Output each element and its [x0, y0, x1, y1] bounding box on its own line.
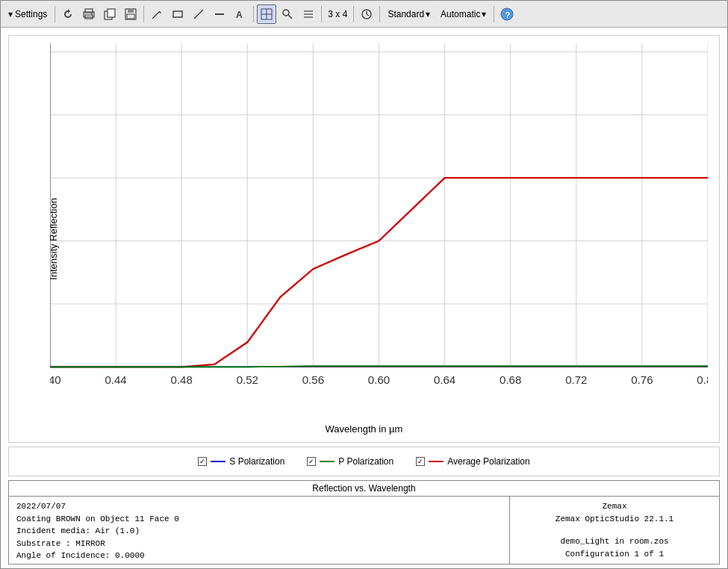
rect-icon: [172, 8, 184, 20]
line-button[interactable]: [189, 4, 208, 24]
print-button[interactable]: [79, 4, 99, 24]
crosshair-button[interactable]: [257, 4, 276, 24]
text-button[interactable]: A: [231, 4, 250, 24]
zoom-button[interactable]: [278, 4, 297, 24]
svg-point-19: [283, 10, 289, 16]
info-left: 2022/07/07 Coating BROWN on Object 11 Fa…: [9, 497, 510, 564]
hline-button[interactable]: [210, 4, 229, 24]
info-company: Zemax: [556, 500, 673, 513]
info-coating: Coating BROWN on Object 11 Face 0: [16, 513, 502, 526]
legend-area: ✓ S Polarization ✓ P Polarization ✓ Aver…: [8, 447, 720, 476]
p-pol-checkbox[interactable]: ✓: [307, 457, 316, 466]
clock-button[interactable]: [357, 4, 376, 24]
separator-3: [253, 6, 254, 22]
help-icon: ?: [500, 7, 514, 21]
svg-line-26: [367, 14, 369, 16]
settings-button[interactable]: ▾ Settings: [4, 7, 52, 22]
svg-text:0.48: 0.48: [171, 373, 193, 386]
svg-text:0.80: 0.80: [697, 373, 708, 386]
standard-dropdown[interactable]: Standard ▾: [383, 7, 435, 22]
info-body: 2022/07/07 Coating BROWN on Object 11 Fa…: [9, 497, 719, 564]
standard-arrow-icon: ▾: [426, 9, 430, 19]
separator-6: [379, 6, 380, 22]
svg-text:0.52: 0.52: [237, 373, 258, 386]
rect-button[interactable]: [168, 4, 187, 24]
chart-svg: 0 0.10 0.20 0.30 0.40 0.50 0.40 0.44 0.4…: [50, 43, 708, 401]
svg-text:0.56: 0.56: [302, 373, 324, 386]
copy-icon: [104, 8, 116, 20]
svg-rect-7: [128, 9, 134, 13]
settings-label: Settings: [15, 9, 47, 19]
separator-7: [494, 6, 494, 22]
s-pol-checkbox[interactable]: ✓: [198, 457, 207, 466]
pencil-icon: [151, 8, 163, 20]
print-icon: [83, 8, 95, 20]
p-pol-label: P Polarization: [338, 456, 393, 467]
info-incident: Incident media: Air (1.0): [16, 525, 502, 538]
svg-text:0.64: 0.64: [434, 373, 455, 386]
svg-text:0.44: 0.44: [105, 373, 126, 386]
grid-size-label: 3 x 4: [325, 4, 350, 24]
info-right-top: Zemax Zemax OpticStudio 22.1.1: [556, 500, 673, 525]
info-right: Zemax Zemax OpticStudio 22.1.1 demo_Ligh…: [510, 497, 719, 564]
save-button[interactable]: [121, 4, 140, 24]
s-pol-label: S Polarization: [229, 456, 284, 467]
separator-5: [353, 6, 354, 22]
refresh-button[interactable]: [58, 4, 78, 24]
automatic-label: Automatic: [441, 9, 480, 19]
legend-avg-pol: ✓ Average Polarization: [416, 456, 530, 467]
svg-text:0.72: 0.72: [565, 373, 587, 386]
p-pol-line: [320, 461, 335, 462]
s-pol-line: [211, 461, 225, 462]
chart-container: Intensity Reflection Wavelength in µm: [8, 35, 720, 443]
svg-text:?: ?: [505, 10, 511, 19]
help-button[interactable]: ?: [497, 4, 517, 24]
hline-icon: [214, 8, 225, 20]
svg-line-20: [288, 15, 292, 19]
svg-text:A: A: [236, 10, 243, 20]
refresh-icon: [62, 8, 74, 20]
svg-text:0.40: 0.40: [50, 373, 61, 386]
avg-pol-checkbox[interactable]: ✓: [416, 457, 425, 466]
info-config: Configuration 1 of 1: [560, 548, 668, 561]
svg-rect-5: [108, 9, 115, 17]
svg-line-9: [153, 11, 160, 18]
standard-label: Standard: [388, 9, 424, 19]
svg-line-13: [194, 10, 203, 19]
svg-rect-12: [173, 11, 182, 17]
crosshair-icon: [261, 8, 273, 20]
info-substrate: Substrate : MIRROR: [16, 538, 502, 550]
layers-button[interactable]: [299, 4, 318, 24]
x-axis-label: Wavelength in µm: [326, 423, 403, 435]
clock-icon: [361, 8, 373, 20]
chart-area: Intensity Reflection Wavelength in µm: [1, 28, 727, 568]
automatic-arrow-icon: ▾: [482, 9, 486, 19]
pencil-button[interactable]: [147, 4, 167, 24]
avg-pol-line: [429, 461, 444, 462]
svg-line-11: [152, 18, 153, 19]
separator-4: [321, 6, 322, 22]
svg-text:0.76: 0.76: [631, 373, 653, 386]
chart-inner: 0 0.10 0.20 0.30 0.40 0.50 0.40 0.44 0.4…: [50, 43, 708, 401]
info-angle: Angle of Incidence: 0.0000: [16, 550, 502, 562]
zoom-icon: [281, 8, 293, 20]
separator-1: [55, 6, 55, 22]
info-file: demo_Light in room.zos: [560, 535, 668, 548]
info-section: Reflection vs. Wavelength 2022/07/07 Coa…: [8, 480, 720, 565]
avg-pol-label: Average Polarization: [447, 456, 530, 467]
svg-rect-8: [127, 14, 134, 19]
settings-arrow-icon: ▾: [8, 9, 13, 19]
text-icon: A: [234, 8, 246, 20]
line-draw-icon: [193, 8, 205, 20]
legend-p-pol: ✓ P Polarization: [307, 456, 393, 467]
legend-s-pol: ✓ S Polarization: [198, 456, 284, 467]
info-right-bottom: demo_Light in room.zos Configuration 1 o…: [560, 535, 668, 560]
copy-button[interactable]: [100, 4, 119, 24]
info-date: 2022/07/07: [16, 500, 502, 513]
svg-point-3: [92, 13, 93, 14]
automatic-dropdown[interactable]: Automatic ▾: [436, 7, 491, 22]
layers-icon: [302, 8, 314, 20]
info-title: Reflection vs. Wavelength: [9, 481, 719, 497]
svg-text:0.60: 0.60: [368, 373, 390, 386]
info-software: Zemax OpticStudio 22.1.1: [556, 513, 673, 526]
